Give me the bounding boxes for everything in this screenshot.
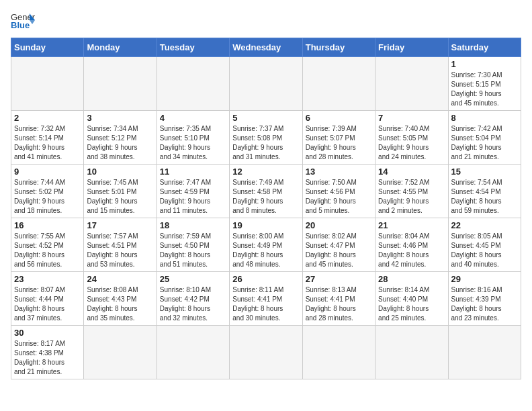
weekday-header-thursday: Thursday bbox=[302, 38, 375, 57]
calendar-cell: 28Sunrise: 8:14 AM Sunset: 4:40 PM Dayli… bbox=[375, 272, 448, 326]
calendar-cell bbox=[11, 57, 84, 111]
day-number: 3 bbox=[87, 113, 153, 123]
day-info: Sunrise: 7:35 AM Sunset: 5:10 PM Dayligh… bbox=[160, 124, 226, 162]
calendar-cell bbox=[375, 57, 448, 111]
calendar-cell: 30Sunrise: 8:17 AM Sunset: 4:38 PM Dayli… bbox=[11, 326, 84, 379]
day-info: Sunrise: 7:55 AM Sunset: 4:52 PM Dayligh… bbox=[14, 232, 81, 269]
calendar-table: SundayMondayTuesdayWednesdayThursdayFrid… bbox=[11, 38, 521, 379]
day-info: Sunrise: 7:59 AM Sunset: 4:50 PM Dayligh… bbox=[160, 232, 226, 269]
calendar-cell: 19Sunrise: 8:00 AM Sunset: 4:49 PM Dayli… bbox=[230, 218, 302, 272]
day-number: 21 bbox=[378, 220, 445, 230]
day-info: Sunrise: 8:05 AM Sunset: 4:45 PM Dayligh… bbox=[451, 232, 518, 269]
calendar-cell: 9Sunrise: 7:44 AM Sunset: 5:02 PM Daylig… bbox=[11, 165, 84, 218]
day-info: Sunrise: 7:42 AM Sunset: 5:04 PM Dayligh… bbox=[451, 124, 518, 162]
day-info: Sunrise: 7:47 AM Sunset: 4:59 PM Dayligh… bbox=[160, 178, 226, 216]
calendar-cell: 5Sunrise: 7:37 AM Sunset: 5:08 PM Daylig… bbox=[230, 111, 302, 165]
day-number: 5 bbox=[232, 113, 299, 123]
calendar-cell: 16Sunrise: 7:55 AM Sunset: 4:52 PM Dayli… bbox=[11, 218, 84, 272]
day-info: Sunrise: 7:34 AM Sunset: 5:12 PM Dayligh… bbox=[87, 124, 153, 162]
calendar-cell: 3Sunrise: 7:34 AM Sunset: 5:12 PM Daylig… bbox=[84, 111, 157, 165]
day-info: Sunrise: 7:57 AM Sunset: 4:51 PM Dayligh… bbox=[87, 232, 153, 269]
day-number: 24 bbox=[87, 274, 153, 284]
day-number: 2 bbox=[14, 113, 81, 123]
day-info: Sunrise: 8:08 AM Sunset: 4:43 PM Dayligh… bbox=[87, 285, 153, 323]
weekday-header-wednesday: Wednesday bbox=[230, 38, 302, 57]
day-number: 29 bbox=[451, 274, 518, 284]
calendar-row-4: 23Sunrise: 8:07 AM Sunset: 4:44 PM Dayli… bbox=[11, 272, 521, 326]
day-info: Sunrise: 7:32 AM Sunset: 5:14 PM Dayligh… bbox=[14, 124, 81, 162]
day-number: 22 bbox=[451, 220, 518, 230]
day-number: 17 bbox=[87, 220, 153, 230]
calendar-cell: 2Sunrise: 7:32 AM Sunset: 5:14 PM Daylig… bbox=[11, 111, 84, 165]
page-header: General Blue bbox=[11, 11, 521, 30]
calendar-cell: 1Sunrise: 7:30 AM Sunset: 5:15 PM Daylig… bbox=[448, 57, 521, 111]
day-number: 14 bbox=[378, 167, 445, 177]
calendar-cell: 11Sunrise: 7:47 AM Sunset: 4:59 PM Dayli… bbox=[157, 165, 229, 218]
day-info: Sunrise: 8:17 AM Sunset: 4:38 PM Dayligh… bbox=[14, 339, 81, 377]
calendar-row-1: 2Sunrise: 7:32 AM Sunset: 5:14 PM Daylig… bbox=[11, 111, 521, 165]
day-number: 16 bbox=[14, 220, 81, 230]
day-info: Sunrise: 8:13 AM Sunset: 4:41 PM Dayligh… bbox=[306, 285, 372, 323]
calendar-cell: 4Sunrise: 7:35 AM Sunset: 5:10 PM Daylig… bbox=[157, 111, 229, 165]
day-number: 15 bbox=[451, 167, 518, 177]
calendar-cell bbox=[157, 57, 229, 111]
day-number: 11 bbox=[160, 167, 226, 177]
logo: General Blue bbox=[11, 11, 35, 30]
calendar-cell bbox=[84, 57, 157, 111]
day-number: 30 bbox=[14, 328, 81, 338]
weekday-header-sunday: Sunday bbox=[11, 38, 84, 57]
calendar-cell: 27Sunrise: 8:13 AM Sunset: 4:41 PM Dayli… bbox=[302, 272, 375, 326]
logo-icon: General Blue bbox=[11, 11, 35, 30]
day-info: Sunrise: 7:52 AM Sunset: 4:55 PM Dayligh… bbox=[378, 178, 445, 216]
calendar-cell: 10Sunrise: 7:45 AM Sunset: 5:01 PM Dayli… bbox=[84, 165, 157, 218]
day-info: Sunrise: 8:10 AM Sunset: 4:42 PM Dayligh… bbox=[160, 285, 226, 323]
calendar-cell: 18Sunrise: 7:59 AM Sunset: 4:50 PM Dayli… bbox=[157, 218, 229, 272]
day-number: 1 bbox=[451, 59, 518, 69]
day-number: 27 bbox=[306, 274, 372, 284]
calendar-cell: 6Sunrise: 7:39 AM Sunset: 5:07 PM Daylig… bbox=[302, 111, 375, 165]
day-number: 26 bbox=[232, 274, 299, 284]
calendar-cell: 15Sunrise: 7:54 AM Sunset: 4:54 PM Dayli… bbox=[448, 165, 521, 218]
calendar-cell: 12Sunrise: 7:49 AM Sunset: 4:58 PM Dayli… bbox=[230, 165, 302, 218]
weekday-header-tuesday: Tuesday bbox=[157, 38, 229, 57]
day-info: Sunrise: 7:50 AM Sunset: 4:56 PM Dayligh… bbox=[306, 178, 372, 216]
day-info: Sunrise: 7:37 AM Sunset: 5:08 PM Dayligh… bbox=[232, 124, 299, 162]
svg-marker-3 bbox=[30, 20, 35, 24]
calendar-cell: 29Sunrise: 8:16 AM Sunset: 4:39 PM Dayli… bbox=[448, 272, 521, 326]
calendar-cell: 13Sunrise: 7:50 AM Sunset: 4:56 PM Dayli… bbox=[302, 165, 375, 218]
weekday-header-row: SundayMondayTuesdayWednesdayThursdayFrid… bbox=[11, 38, 521, 57]
calendar-cell bbox=[448, 326, 521, 379]
day-info: Sunrise: 8:02 AM Sunset: 4:47 PM Dayligh… bbox=[306, 232, 372, 269]
day-info: Sunrise: 8:07 AM Sunset: 4:44 PM Dayligh… bbox=[14, 285, 81, 323]
day-info: Sunrise: 7:54 AM Sunset: 4:54 PM Dayligh… bbox=[451, 178, 518, 216]
calendar-cell: 8Sunrise: 7:42 AM Sunset: 5:04 PM Daylig… bbox=[448, 111, 521, 165]
weekday-header-saturday: Saturday bbox=[448, 38, 521, 57]
svg-text:Blue: Blue bbox=[11, 20, 30, 30]
calendar-cell bbox=[302, 57, 375, 111]
calendar-cell bbox=[302, 326, 375, 379]
day-number: 19 bbox=[232, 220, 299, 230]
day-number: 12 bbox=[232, 167, 299, 177]
day-info: Sunrise: 8:14 AM Sunset: 4:40 PM Dayligh… bbox=[378, 285, 445, 323]
calendar-cell: 24Sunrise: 8:08 AM Sunset: 4:43 PM Dayli… bbox=[84, 272, 157, 326]
calendar-cell: 22Sunrise: 8:05 AM Sunset: 4:45 PM Dayli… bbox=[448, 218, 521, 272]
calendar-cell bbox=[230, 57, 302, 111]
day-number: 18 bbox=[160, 220, 226, 230]
day-number: 6 bbox=[306, 113, 372, 123]
calendar-cell: 14Sunrise: 7:52 AM Sunset: 4:55 PM Dayli… bbox=[375, 165, 448, 218]
day-number: 4 bbox=[160, 113, 226, 123]
day-number: 28 bbox=[378, 274, 445, 284]
day-number: 13 bbox=[306, 167, 372, 177]
calendar-row-0: 1Sunrise: 7:30 AM Sunset: 5:15 PM Daylig… bbox=[11, 57, 521, 111]
calendar-cell bbox=[375, 326, 448, 379]
day-info: Sunrise: 7:49 AM Sunset: 4:58 PM Dayligh… bbox=[232, 178, 299, 216]
weekday-header-friday: Friday bbox=[375, 38, 448, 57]
day-number: 20 bbox=[306, 220, 372, 230]
day-info: Sunrise: 8:04 AM Sunset: 4:46 PM Dayligh… bbox=[378, 232, 445, 269]
day-number: 7 bbox=[378, 113, 445, 123]
day-number: 25 bbox=[160, 274, 226, 284]
day-info: Sunrise: 8:11 AM Sunset: 4:41 PM Dayligh… bbox=[232, 285, 299, 323]
day-info: Sunrise: 7:45 AM Sunset: 5:01 PM Dayligh… bbox=[87, 178, 153, 216]
calendar-row-5: 30Sunrise: 8:17 AM Sunset: 4:38 PM Dayli… bbox=[11, 326, 521, 379]
day-info: Sunrise: 8:00 AM Sunset: 4:49 PM Dayligh… bbox=[232, 232, 299, 269]
